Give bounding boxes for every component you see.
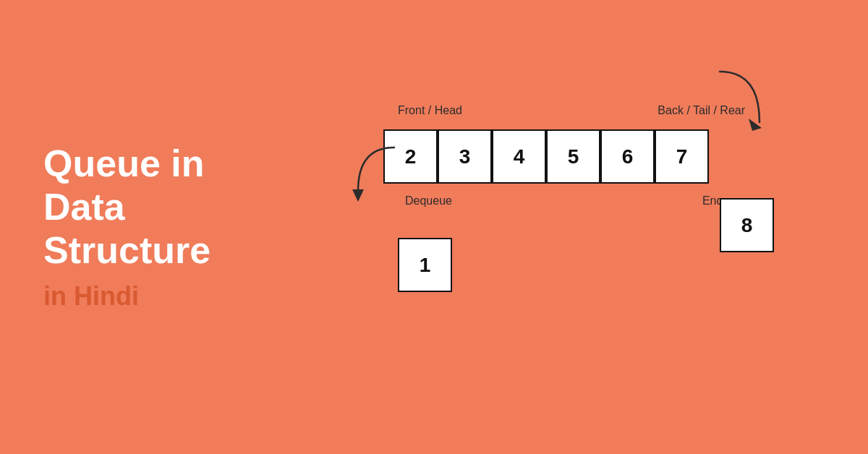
diagram-section: Front / Head Back / Tail / Rear 2 3 4 5 … (304, 0, 868, 454)
svg-marker-0 (352, 189, 364, 202)
dequeued-value: 1 (420, 254, 431, 277)
queue-cell-3: 3 (438, 129, 492, 184)
queue-cell-5: 5 (546, 129, 600, 184)
box-enqueued: 8 (720, 198, 774, 252)
queue-cell-4: 4 (492, 129, 546, 184)
title-section: Queue in Data Structure in Hindi (0, 142, 304, 311)
queue-row: 2 3 4 5 6 7 (383, 129, 709, 184)
title-sub: in Hindi (43, 281, 260, 312)
queue-cell-6: 6 (600, 129, 655, 184)
label-front: Front / Head (398, 104, 462, 117)
label-dequeue: Dequeue (405, 194, 452, 207)
title-main: Queue in Data Structure (43, 142, 260, 272)
box-dequeued: 1 (398, 238, 452, 292)
enqueued-value: 8 (741, 214, 753, 237)
title-line2: Data Structure (43, 186, 210, 271)
diagram-inner: Front / Head Back / Tail / Rear 2 3 4 5 … (383, 104, 788, 350)
dequeue-arrow-icon (344, 140, 409, 213)
title-line1: Queue in (43, 142, 204, 184)
queue-cell-7: 7 (655, 129, 709, 184)
main-container: Queue in Data Structure in Hindi Front /… (0, 0, 868, 454)
enqueue-arrow-icon (705, 64, 770, 140)
